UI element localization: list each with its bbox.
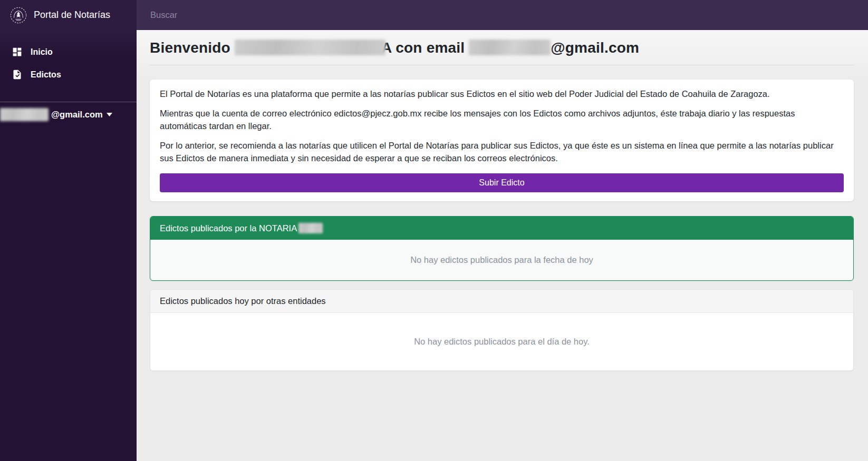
pjecz-emblem-logo-icon	[9, 6, 27, 24]
otras-entidades-empty-message: No hay edictos publicados para el día de…	[414, 337, 590, 347]
sidebar-item-inicio[interactable]: Inicio	[0, 41, 137, 63]
welcome-connector: con email	[396, 40, 465, 56]
chevron-down-icon	[107, 113, 112, 116]
notaria-edictos-panel: Edictos publicados por la NOTARIA No hay…	[150, 216, 854, 281]
app-title: Portal de Notarías	[34, 9, 110, 21]
brand-header: Portal de Notarías	[0, 0, 137, 30]
subir-edicto-button[interactable]: Subir Edicto	[160, 173, 844, 192]
otras-entidades-panel-header: Edictos publicados hoy por otras entidad…	[150, 290, 853, 313]
redacted-username	[0, 108, 49, 121]
welcome-email-domain: @gmail.com	[551, 40, 639, 56]
redacted-notary-name	[235, 40, 385, 55]
otras-entidades-panel-title: Edictos publicados hoy por otras entidad…	[160, 296, 326, 306]
redacted-email-user	[469, 40, 551, 55]
heading-divider	[150, 65, 854, 65]
redacted-notaria-number	[298, 223, 323, 233]
topbar	[137, 0, 868, 30]
content-column: BienvenidoA con email@gmail.com El Porta…	[137, 0, 868, 461]
page-title: BienvenidoA con email@gmail.com	[150, 40, 854, 56]
notaria-edictos-panel-body: No hay edictos publicados para la fecha …	[150, 240, 853, 280]
sidebar: Portal de Notarías Inicio Edictos @gmail…	[0, 0, 137, 461]
search-input[interactable]	[149, 9, 855, 21]
dashboard-icon	[12, 46, 23, 57]
intro-paragraph-3: Por lo anterior, se recomienda a las not…	[160, 140, 844, 164]
notaria-empty-message: No hay edictos publicados para la fecha …	[410, 255, 593, 265]
notaria-edictos-panel-title: Edictos publicados por la NOTARIA	[160, 223, 297, 233]
sidebar-item-label: Edictos	[31, 70, 61, 80]
intro-paragraph-2: Mientras que la cuenta de correo electró…	[160, 107, 844, 132]
main-content: BienvenidoA con email@gmail.com El Porta…	[137, 30, 868, 461]
user-email-domain: @gmail.com	[51, 110, 103, 120]
document-check-icon	[12, 69, 23, 80]
intro-paragraph-1: El Portal de Notarías es una plataforma …	[160, 88, 844, 100]
otras-entidades-panel: Edictos publicados hoy por otras entidad…	[150, 289, 854, 371]
sidebar-nav: Inicio Edictos	[0, 30, 137, 86]
sidebar-item-label: Inicio	[31, 47, 53, 57]
welcome-prefix: Bienvenido	[150, 40, 230, 56]
otras-entidades-panel-body: No hay edictos publicados para el día de…	[150, 313, 853, 370]
sidebar-item-edictos[interactable]: Edictos	[0, 63, 137, 86]
intro-card: El Portal de Notarías es una plataforma …	[150, 80, 854, 201]
notaria-edictos-panel-header: Edictos publicados por la NOTARIA	[150, 217, 853, 240]
user-account-dropdown[interactable]: @gmail.com	[0, 102, 137, 127]
